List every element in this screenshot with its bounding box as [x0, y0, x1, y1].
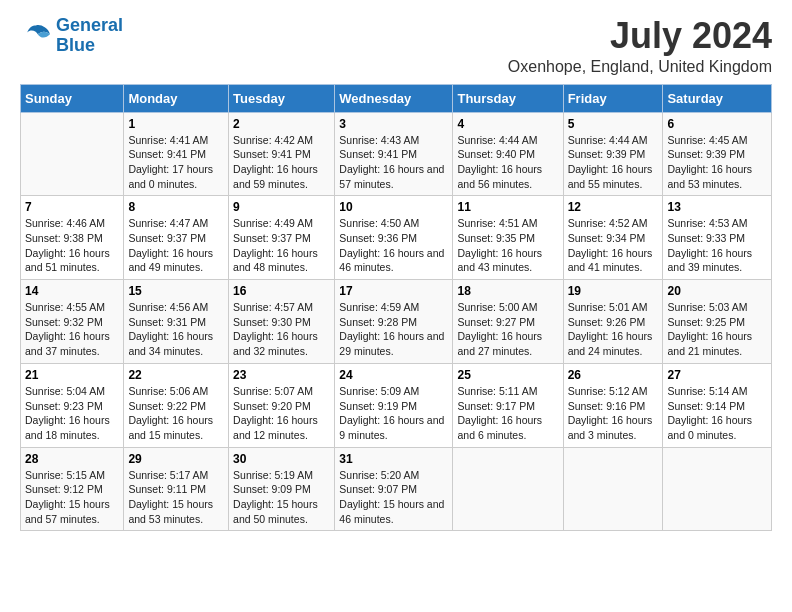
day-cell: 31Sunrise: 5:20 AMSunset: 9:07 PMDayligh…	[335, 447, 453, 531]
day-number: 22	[128, 368, 224, 382]
day-info: Sunrise: 4:44 AMSunset: 9:39 PMDaylight:…	[568, 133, 659, 192]
day-cell: 1Sunrise: 4:41 AMSunset: 9:41 PMDaylight…	[124, 112, 229, 196]
day-number: 20	[667, 284, 767, 298]
day-cell: 15Sunrise: 4:56 AMSunset: 9:31 PMDayligh…	[124, 280, 229, 364]
col-header-thursday: Thursday	[453, 84, 563, 112]
day-info: Sunrise: 5:11 AMSunset: 9:17 PMDaylight:…	[457, 384, 558, 443]
day-cell	[21, 112, 124, 196]
day-cell: 2Sunrise: 4:42 AMSunset: 9:41 PMDaylight…	[229, 112, 335, 196]
day-number: 25	[457, 368, 558, 382]
day-cell: 8Sunrise: 4:47 AMSunset: 9:37 PMDaylight…	[124, 196, 229, 280]
day-number: 13	[667, 200, 767, 214]
col-header-friday: Friday	[563, 84, 663, 112]
day-number: 16	[233, 284, 330, 298]
day-info: Sunrise: 4:43 AMSunset: 9:41 PMDaylight:…	[339, 133, 448, 192]
day-info: Sunrise: 5:15 AMSunset: 9:12 PMDaylight:…	[25, 468, 119, 527]
calendar-table: SundayMondayTuesdayWednesdayThursdayFrid…	[20, 84, 772, 532]
day-cell: 28Sunrise: 5:15 AMSunset: 9:12 PMDayligh…	[21, 447, 124, 531]
day-cell: 29Sunrise: 5:17 AMSunset: 9:11 PMDayligh…	[124, 447, 229, 531]
day-number: 15	[128, 284, 224, 298]
logo-icon	[20, 22, 52, 50]
day-cell: 22Sunrise: 5:06 AMSunset: 9:22 PMDayligh…	[124, 363, 229, 447]
day-number: 3	[339, 117, 448, 131]
day-cell: 10Sunrise: 4:50 AMSunset: 9:36 PMDayligh…	[335, 196, 453, 280]
day-number: 4	[457, 117, 558, 131]
day-cell: 7Sunrise: 4:46 AMSunset: 9:38 PMDaylight…	[21, 196, 124, 280]
day-number: 24	[339, 368, 448, 382]
logo-text: General Blue	[56, 16, 123, 56]
col-header-tuesday: Tuesday	[229, 84, 335, 112]
day-number: 6	[667, 117, 767, 131]
day-info: Sunrise: 4:55 AMSunset: 9:32 PMDaylight:…	[25, 300, 119, 359]
subtitle: Oxenhope, England, United Kingdom	[508, 58, 772, 76]
week-row-4: 21Sunrise: 5:04 AMSunset: 9:23 PMDayligh…	[21, 363, 772, 447]
day-info: Sunrise: 5:09 AMSunset: 9:19 PMDaylight:…	[339, 384, 448, 443]
day-info: Sunrise: 5:19 AMSunset: 9:09 PMDaylight:…	[233, 468, 330, 527]
day-info: Sunrise: 5:12 AMSunset: 9:16 PMDaylight:…	[568, 384, 659, 443]
day-cell: 18Sunrise: 5:00 AMSunset: 9:27 PMDayligh…	[453, 280, 563, 364]
week-row-2: 7Sunrise: 4:46 AMSunset: 9:38 PMDaylight…	[21, 196, 772, 280]
day-cell: 21Sunrise: 5:04 AMSunset: 9:23 PMDayligh…	[21, 363, 124, 447]
day-info: Sunrise: 4:45 AMSunset: 9:39 PMDaylight:…	[667, 133, 767, 192]
day-cell: 4Sunrise: 4:44 AMSunset: 9:40 PMDaylight…	[453, 112, 563, 196]
day-cell: 17Sunrise: 4:59 AMSunset: 9:28 PMDayligh…	[335, 280, 453, 364]
day-info: Sunrise: 5:04 AMSunset: 9:23 PMDaylight:…	[25, 384, 119, 443]
day-cell	[453, 447, 563, 531]
day-info: Sunrise: 5:06 AMSunset: 9:22 PMDaylight:…	[128, 384, 224, 443]
day-cell: 16Sunrise: 4:57 AMSunset: 9:30 PMDayligh…	[229, 280, 335, 364]
day-number: 8	[128, 200, 224, 214]
day-cell: 14Sunrise: 4:55 AMSunset: 9:32 PMDayligh…	[21, 280, 124, 364]
week-row-3: 14Sunrise: 4:55 AMSunset: 9:32 PMDayligh…	[21, 280, 772, 364]
col-header-sunday: Sunday	[21, 84, 124, 112]
day-number: 28	[25, 452, 119, 466]
day-info: Sunrise: 4:42 AMSunset: 9:41 PMDaylight:…	[233, 133, 330, 192]
day-number: 2	[233, 117, 330, 131]
day-number: 29	[128, 452, 224, 466]
day-cell: 6Sunrise: 4:45 AMSunset: 9:39 PMDaylight…	[663, 112, 772, 196]
day-cell: 27Sunrise: 5:14 AMSunset: 9:14 PMDayligh…	[663, 363, 772, 447]
col-header-wednesday: Wednesday	[335, 84, 453, 112]
day-number: 11	[457, 200, 558, 214]
day-number: 9	[233, 200, 330, 214]
day-cell	[563, 447, 663, 531]
day-cell: 3Sunrise: 4:43 AMSunset: 9:41 PMDaylight…	[335, 112, 453, 196]
day-number: 27	[667, 368, 767, 382]
col-header-saturday: Saturday	[663, 84, 772, 112]
day-number: 31	[339, 452, 448, 466]
day-info: Sunrise: 4:52 AMSunset: 9:34 PMDaylight:…	[568, 216, 659, 275]
day-info: Sunrise: 4:44 AMSunset: 9:40 PMDaylight:…	[457, 133, 558, 192]
day-number: 21	[25, 368, 119, 382]
day-cell: 26Sunrise: 5:12 AMSunset: 9:16 PMDayligh…	[563, 363, 663, 447]
week-row-5: 28Sunrise: 5:15 AMSunset: 9:12 PMDayligh…	[21, 447, 772, 531]
day-number: 10	[339, 200, 448, 214]
header-row: SundayMondayTuesdayWednesdayThursdayFrid…	[21, 84, 772, 112]
day-info: Sunrise: 4:56 AMSunset: 9:31 PMDaylight:…	[128, 300, 224, 359]
day-info: Sunrise: 5:17 AMSunset: 9:11 PMDaylight:…	[128, 468, 224, 527]
day-cell: 20Sunrise: 5:03 AMSunset: 9:25 PMDayligh…	[663, 280, 772, 364]
day-cell: 5Sunrise: 4:44 AMSunset: 9:39 PMDaylight…	[563, 112, 663, 196]
day-cell: 12Sunrise: 4:52 AMSunset: 9:34 PMDayligh…	[563, 196, 663, 280]
day-info: Sunrise: 4:51 AMSunset: 9:35 PMDaylight:…	[457, 216, 558, 275]
day-info: Sunrise: 4:47 AMSunset: 9:37 PMDaylight:…	[128, 216, 224, 275]
day-cell: 13Sunrise: 4:53 AMSunset: 9:33 PMDayligh…	[663, 196, 772, 280]
day-info: Sunrise: 5:14 AMSunset: 9:14 PMDaylight:…	[667, 384, 767, 443]
day-number: 1	[128, 117, 224, 131]
day-cell: 11Sunrise: 4:51 AMSunset: 9:35 PMDayligh…	[453, 196, 563, 280]
day-number: 17	[339, 284, 448, 298]
day-cell	[663, 447, 772, 531]
day-info: Sunrise: 5:00 AMSunset: 9:27 PMDaylight:…	[457, 300, 558, 359]
day-cell: 19Sunrise: 5:01 AMSunset: 9:26 PMDayligh…	[563, 280, 663, 364]
day-info: Sunrise: 4:50 AMSunset: 9:36 PMDaylight:…	[339, 216, 448, 275]
logo: General Blue	[20, 16, 123, 56]
day-number: 26	[568, 368, 659, 382]
day-number: 14	[25, 284, 119, 298]
day-info: Sunrise: 4:46 AMSunset: 9:38 PMDaylight:…	[25, 216, 119, 275]
day-number: 18	[457, 284, 558, 298]
day-cell: 30Sunrise: 5:19 AMSunset: 9:09 PMDayligh…	[229, 447, 335, 531]
main-title: July 2024	[508, 16, 772, 56]
week-row-1: 1Sunrise: 4:41 AMSunset: 9:41 PMDaylight…	[21, 112, 772, 196]
day-info: Sunrise: 4:53 AMSunset: 9:33 PMDaylight:…	[667, 216, 767, 275]
day-info: Sunrise: 4:59 AMSunset: 9:28 PMDaylight:…	[339, 300, 448, 359]
day-number: 12	[568, 200, 659, 214]
day-info: Sunrise: 4:49 AMSunset: 9:37 PMDaylight:…	[233, 216, 330, 275]
